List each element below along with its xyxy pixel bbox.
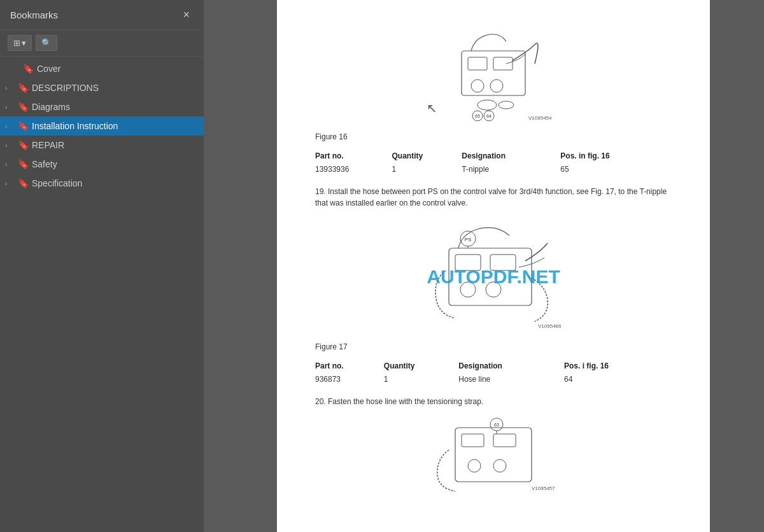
svg-rect-1 (468, 57, 487, 70)
svg-point-23 (468, 459, 481, 472)
sidebar-item-installation-instruction[interactable]: › 🔖 Installation Instruction (0, 116, 204, 136)
main-content: ↖ V1095454 (204, 0, 764, 532)
col-quantity: Quantity (392, 149, 462, 163)
pdf-page: V1095454 65 64 Figure 16 Part no. Quanti… (277, 0, 710, 532)
designation-cell-17: Hose line (458, 373, 564, 386)
sidebar-item-label-installation: Installation Instruction (32, 121, 196, 131)
instruction-19: 19. Install the hose between port PS on … (315, 186, 672, 209)
svg-point-24 (493, 459, 506, 472)
chevron-icon-diagrams: › (5, 104, 14, 111)
chevron-icon-descriptions: › (5, 85, 14, 92)
svg-rect-21 (462, 434, 484, 447)
svg-point-15 (460, 282, 476, 297)
sidebar-item-cover[interactable]: 🔖 Cover (0, 59, 204, 78)
chevron-icon-specification: › (5, 180, 14, 187)
sidebar-item-label-descriptions: DESCRIPTIONS (32, 83, 196, 93)
svg-text:V1095454: V1095454 (528, 115, 552, 121)
svg-rect-14 (490, 255, 516, 270)
grid-icon: ⊞ (13, 38, 20, 48)
pos-cell-17: 64 (564, 373, 672, 386)
svg-text:V1095457: V1095457 (532, 486, 555, 491)
figure16-table: Part no. Quantity Designation Pos. in fi… (315, 149, 672, 176)
svg-point-16 (486, 282, 501, 297)
figure16-label: Figure 16 (315, 132, 672, 141)
col-designation-17: Designation (458, 359, 564, 373)
bookmark-icon-diagrams: 🔖 (18, 102, 28, 112)
bookmark-icon-cover: 🔖 (23, 64, 33, 74)
col-pos: Pos. in fig. 16 (560, 149, 672, 163)
sidebar-item-repair[interactable]: › 🔖 REPAIR (0, 136, 204, 155)
bookmark-icon-repair: 🔖 (18, 140, 28, 150)
bookmark-icon-specification: 🔖 (18, 178, 28, 188)
col-part-no: Part no. (315, 149, 392, 163)
table-row: 13933936 1 T-nipple 65 (315, 163, 672, 176)
quantity-cell-17: 1 (384, 373, 458, 386)
sidebar-item-specification[interactable]: › 🔖 Specification (0, 174, 204, 193)
svg-point-4 (490, 80, 503, 92)
svg-rect-22 (493, 434, 516, 447)
sidebar-items: 🔖 Cover › 🔖 DESCRIPTIONS › 🔖 Diagrams › … (0, 57, 204, 532)
sidebar-item-label-specification: Specification (32, 178, 196, 188)
bookmark-search-button[interactable]: 🔍 (36, 35, 57, 51)
figure16-svg: V1095454 65 64 (423, 25, 563, 127)
figure16-illustration: V1095454 65 64 (315, 25, 672, 127)
chevron-placeholder (10, 66, 19, 73)
svg-text:64: 64 (486, 114, 492, 118)
bookmark-search-icon: 🔍 (41, 38, 52, 48)
svg-point-5 (478, 100, 497, 110)
part-no-cell-17: 936873 (315, 373, 384, 386)
svg-text:63: 63 (494, 423, 499, 427)
bookmark-icon-descriptions: 🔖 (18, 83, 28, 93)
svg-rect-2 (493, 57, 513, 70)
designation-cell: T-nipple (462, 163, 560, 176)
instruction-20: 20. Fasten the hose line with the tensio… (315, 396, 672, 407)
svg-text:V1095466: V1095466 (538, 323, 562, 329)
sidebar: Bookmarks × ⊞ ▾ 🔍 🔖 Cover › 🔖 DESCRIPTIO… (0, 0, 204, 532)
sidebar-header: Bookmarks × (0, 0, 204, 30)
chevron-icon-safety: › (5, 161, 14, 168)
sidebar-close-button[interactable]: × (179, 8, 194, 22)
pdf-viewer[interactable]: V1095454 65 64 Figure 16 Part no. Quanti… (204, 0, 764, 532)
quantity-cell: 1 (392, 163, 462, 176)
figure17-svg: PS V1095466 (417, 216, 570, 337)
part-no-cell: 13933936 (315, 163, 392, 176)
chevron-down-icon: ▾ (22, 38, 26, 48)
bookmark-icon-installation: 🔖 (18, 121, 28, 131)
svg-rect-13 (455, 255, 481, 270)
sidebar-item-diagrams[interactable]: › 🔖 Diagrams (0, 97, 204, 116)
sidebar-item-label-cover: Cover (37, 64, 196, 74)
chevron-icon-repair: › (5, 142, 14, 149)
col-quantity-17: Quantity (384, 359, 458, 373)
figure17-table: Part no. Quantity Designation Pos. i fig… (315, 359, 672, 386)
sidebar-item-safety[interactable]: › 🔖 Safety (0, 155, 204, 174)
sidebar-title: Bookmarks (10, 10, 58, 20)
sidebar-toolbar: ⊞ ▾ 🔍 (0, 30, 204, 57)
svg-point-3 (471, 80, 484, 92)
svg-text:65: 65 (475, 114, 480, 118)
col-pos-17: Pos. i fig. 16 (564, 359, 672, 373)
col-part-no-17: Part no. (315, 359, 384, 373)
figure18-illustration: 63 V1095457 (315, 415, 672, 498)
svg-text:PS: PS (465, 237, 472, 242)
sidebar-item-label-repair: REPAIR (32, 140, 196, 150)
sidebar-item-label-diagrams: Diagrams (32, 102, 196, 112)
sidebar-item-label-safety: Safety (32, 159, 196, 169)
table-row-17: 936873 1 Hose line 64 (315, 373, 672, 386)
sidebar-item-descriptions[interactable]: › 🔖 DESCRIPTIONS (0, 78, 204, 97)
view-toggle-button[interactable]: ⊞ ▾ (8, 35, 32, 51)
svg-point-6 (499, 101, 514, 109)
bookmark-icon-safety: 🔖 (18, 159, 28, 169)
figure18-svg: 63 V1095457 (423, 415, 563, 498)
figure17-label: Figure 17 (315, 342, 672, 351)
col-designation: Designation (462, 149, 560, 163)
pos-cell: 65 (560, 163, 672, 176)
chevron-icon-installation: › (5, 123, 14, 130)
figure17-illustration: PS V1095466 AUTOPDF.NET (315, 216, 672, 337)
